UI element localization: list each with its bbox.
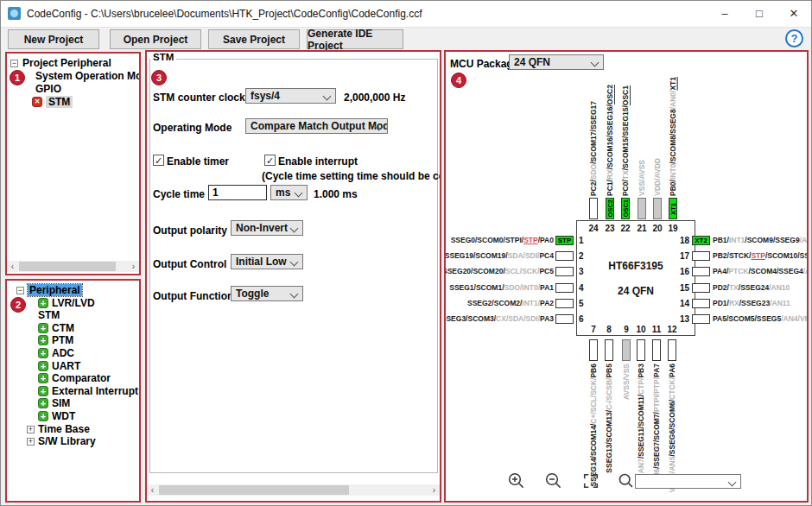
tree-item-ptm[interactable]: +PTM xyxy=(38,334,73,346)
add-peripheral-icon[interactable]: + xyxy=(38,361,48,371)
tree-item-adc[interactable]: +ADC xyxy=(38,347,74,359)
tree-item-lvr-lvd[interactable]: +LVR/LVD xyxy=(38,297,95,309)
expand-icon[interactable]: + xyxy=(27,426,35,433)
pin-box-6[interactable] xyxy=(555,314,574,324)
pin-label-17: PB2/STCK/STP/SCOM10/SSEG10 xyxy=(713,251,809,261)
open-project-button[interactable]: Open Project xyxy=(110,29,201,49)
cycle-time-input[interactable] xyxy=(208,185,267,200)
add-peripheral-icon[interactable]: + xyxy=(38,386,48,396)
pin-number-10: 10 xyxy=(634,325,648,334)
tree-root-project-peripheral[interactable]: −Project Peripheral xyxy=(10,57,111,69)
pin-box-18[interactable]: XT2 xyxy=(692,236,710,245)
collapse-icon[interactable]: − xyxy=(10,60,18,67)
add-peripheral-icon[interactable]: + xyxy=(38,348,48,358)
scrollbar-thumb[interactable] xyxy=(159,485,349,495)
tree-item-sim[interactable]: +SIM xyxy=(38,397,70,409)
search-icon[interactable] xyxy=(618,472,637,491)
tree-item-gpio[interactable]: GPIO xyxy=(35,83,61,95)
tree-item-external-interrupt[interactable]: +External Interrupt xyxy=(38,385,138,397)
operating-mode-select[interactable]: Compare Match Output Mode xyxy=(245,118,388,134)
enable-interrupt-checkbox[interactable]: ✓ xyxy=(264,155,276,166)
enable-timer-checkbox[interactable]: ✓ xyxy=(153,155,164,166)
pin-box-17[interactable] xyxy=(692,251,710,261)
pin-box-3[interactable] xyxy=(555,267,574,276)
pin-box-14[interactable] xyxy=(692,299,710,308)
scroll-right-icon[interactable]: › xyxy=(428,484,440,496)
add-peripheral-icon[interactable]: + xyxy=(38,298,48,308)
minimize-button[interactable]: – xyxy=(707,1,742,26)
cycle-time-unit-select[interactable]: ms xyxy=(270,185,308,200)
pin-box-9[interactable] xyxy=(622,339,631,361)
tree-root-peripheral[interactable]: −Peripheral xyxy=(16,284,82,296)
tree-item-stm[interactable]: STM xyxy=(38,309,60,321)
window-title: CodeConfig - C:\Users\brucelee\Documents… xyxy=(27,8,422,20)
maximize-button[interactable]: □ xyxy=(742,1,777,26)
pin-box-21[interactable] xyxy=(638,198,646,219)
save-project-button[interactable]: Save Project xyxy=(208,29,300,49)
cycle-time-label: Cycle time xyxy=(153,188,205,200)
pin-box-15[interactable] xyxy=(692,283,710,293)
pin-box-5[interactable] xyxy=(555,299,574,308)
tree-item-label: Comparator xyxy=(52,372,111,384)
tree-item-s-w-library[interactable]: +S/W Library xyxy=(27,435,96,447)
collapse-icon[interactable]: − xyxy=(16,287,24,294)
pin-box-4[interactable] xyxy=(555,283,574,293)
tree-item-uart[interactable]: +UART xyxy=(38,360,80,372)
pin-box-23[interactable]: OSC2 xyxy=(606,198,614,219)
pin-number-6: 6 xyxy=(579,314,584,324)
pin-number-12: 12 xyxy=(665,325,679,334)
tree-item-label: PTM xyxy=(52,334,73,346)
pin-number-3: 3 xyxy=(579,267,584,276)
tree-item-ctm[interactable]: +CTM xyxy=(38,322,74,334)
pin-box-19[interactable]: XT1 xyxy=(669,198,677,219)
tree-item-stm[interactable]: ✕STM xyxy=(32,96,73,108)
zoom-in-icon[interactable] xyxy=(507,471,526,490)
chevron-down-icon xyxy=(728,478,737,487)
pin-label-9: AVSS/VSS xyxy=(621,364,631,400)
new-project-button[interactable]: New Project xyxy=(8,29,99,49)
operating-mode-label: Operating Mode xyxy=(153,122,232,134)
fit-to-view-icon[interactable] xyxy=(582,472,601,491)
add-peripheral-icon[interactable]: + xyxy=(38,398,48,408)
add-peripheral-icon[interactable]: + xyxy=(38,411,48,421)
counter-clock-select[interactable]: fsys/4 xyxy=(245,88,336,104)
tree-item-system-operation-mode[interactable]: System Operation Mode xyxy=(35,70,141,82)
pin-box-10[interactable] xyxy=(637,339,645,361)
scroll-right-icon[interactable]: › xyxy=(128,261,139,272)
add-peripheral-icon[interactable]: + xyxy=(38,335,48,345)
pin-box-11[interactable] xyxy=(652,339,661,361)
pin-box-7[interactable] xyxy=(589,339,598,361)
output-function-select[interactable]: Toggle xyxy=(231,286,303,301)
scrollbar-thumb[interactable] xyxy=(19,262,116,271)
scroll-left-icon[interactable]: ‹ xyxy=(147,484,158,496)
stm-panel-hscrollbar[interactable]: ‹ › xyxy=(147,484,440,496)
zoom-out-icon[interactable] xyxy=(544,471,563,490)
output-polarity-select[interactable]: Non-Invert xyxy=(231,220,303,236)
pin-box-12[interactable] xyxy=(668,339,676,361)
output-control-select[interactable]: Initial Low xyxy=(231,254,303,269)
annotation-badge-4: 4 xyxy=(451,73,466,88)
tree-item-wdt[interactable]: +WDT xyxy=(38,410,75,422)
help-icon[interactable]: ? xyxy=(785,29,803,47)
generate-ide-project-button[interactable]: Generate IDE Project xyxy=(307,29,403,49)
pin-label-10: AN7/SSEG11/SCOM11/CTP/PB3 xyxy=(636,364,646,473)
add-peripheral-icon[interactable]: + xyxy=(38,323,48,333)
tree-item-comparator[interactable]: +Comparator xyxy=(38,372,111,384)
pin-box-1[interactable]: STP xyxy=(555,236,574,245)
close-button[interactable]: ✕ xyxy=(777,1,811,26)
pin-box-24[interactable] xyxy=(589,198,598,219)
add-peripheral-icon[interactable]: + xyxy=(38,373,48,383)
pin-box-13[interactable] xyxy=(692,314,710,324)
pin-box-20[interactable] xyxy=(653,198,662,219)
pin-search-combobox[interactable] xyxy=(635,474,741,489)
pin-box-22[interactable]: OSC1 xyxy=(621,198,630,219)
project-tree-hscrollbar[interactable]: ‹ › xyxy=(7,261,139,272)
pin-box-2[interactable] xyxy=(555,251,574,261)
pin-box-8[interactable] xyxy=(605,339,613,361)
tree-item-time-base[interactable]: +Time Base xyxy=(27,423,90,435)
pin-box-16[interactable] xyxy=(692,267,710,276)
mcu-package-select[interactable]: 24 QFN xyxy=(509,54,604,70)
expand-icon[interactable]: + xyxy=(27,438,35,446)
scroll-left-icon[interactable]: ‹ xyxy=(7,261,18,272)
cycle-time-unit: ms xyxy=(276,187,290,199)
